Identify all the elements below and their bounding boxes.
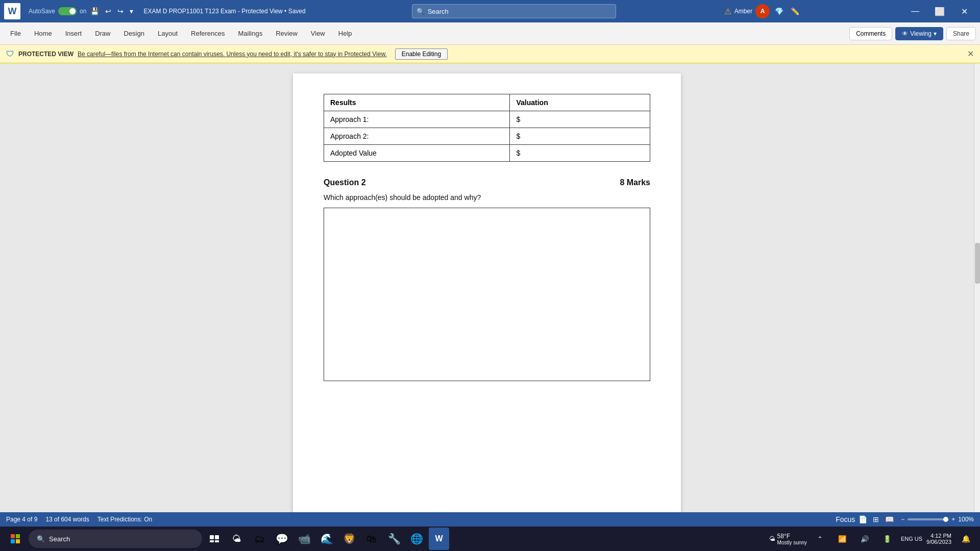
protected-label: PROTECTED VIEW: [18, 51, 74, 58]
title-search-bar[interactable]: 🔍 Search: [412, 4, 616, 18]
tab-view[interactable]: View: [305, 27, 331, 40]
tab-references[interactable]: References: [185, 27, 231, 40]
save-button[interactable]: 💾: [88, 6, 101, 16]
tool-button[interactable]: 🔧: [384, 528, 404, 550]
zoom-control: − + 100%: [901, 516, 974, 523]
web-layout-button[interactable]: ⊞: [870, 514, 881, 525]
taskbar: 🔍 Search 🌤 🗂 💬 📹 🌊 🦁 🛍 🔧 🌐 W 🌤 58°F Most…: [0, 527, 980, 551]
meet-button[interactable]: 📹: [294, 528, 314, 550]
clock-time: 4:12 PM: [926, 533, 951, 539]
text-predictions[interactable]: Text Predictions: On: [97, 516, 152, 523]
question2-header: Question 2 8 Marks: [324, 178, 650, 187]
svg-rect-2: [11, 539, 15, 543]
autosave-label: AutoSave: [29, 8, 55, 15]
question2-title: Question 2: [324, 178, 366, 187]
svg-rect-6: [210, 540, 214, 542]
status-right: Focus 📄 ⊞ 📖 − + 100%: [840, 514, 974, 525]
user-area: ⚠ Amber A 💎 ✏️: [724, 4, 801, 18]
protected-close-button[interactable]: ✕: [967, 49, 974, 59]
page-info: Page 4 of 9: [6, 516, 37, 523]
tab-home[interactable]: Home: [28, 27, 58, 40]
viewing-button[interactable]: 👁 Viewing ▾: [895, 27, 943, 40]
weather-temp: 58°F: [777, 533, 807, 540]
reader-layout-button[interactable]: 📖: [884, 514, 895, 525]
scrollbar-thumb[interactable]: [975, 243, 980, 284]
maximize-button[interactable]: ⬜: [928, 0, 951, 22]
store-button[interactable]: 🛍: [361, 528, 382, 550]
chrome-button[interactable]: 🌐: [406, 528, 427, 550]
start-button[interactable]: [4, 528, 27, 550]
protected-message[interactable]: Be careful—files from the Internet can c…: [78, 51, 387, 58]
minimize-button[interactable]: —: [903, 0, 927, 22]
system-icons: ⌃ 📶 🔊 🔋: [810, 528, 898, 550]
svg-rect-3: [16, 539, 20, 543]
close-button[interactable]: ✕: [952, 0, 976, 22]
redo-button[interactable]: ↪: [115, 6, 126, 16]
protected-view-bar: 🛡 PROTECTED VIEW Be careful—files from t…: [0, 45, 980, 63]
brave-button[interactable]: 🦁: [339, 528, 359, 550]
window-controls: — ⬜ ✕: [903, 0, 976, 22]
zoom-out-icon[interactable]: −: [901, 516, 904, 523]
word-taskbar-button[interactable]: W: [429, 528, 449, 550]
document-title: EXAM D PROP11001 T123 Exam - Protected V…: [143, 8, 305, 15]
zoom-in-icon[interactable]: +: [951, 516, 955, 523]
focus-button[interactable]: Focus: [840, 514, 851, 525]
approach2-label: Approach 2:: [324, 128, 510, 145]
notifications-button[interactable]: 🔔: [955, 528, 976, 550]
svg-rect-5: [215, 535, 219, 539]
taskbar-right: 🌤 58°F Mostly sunny ⌃ 📶 🔊 🔋 ENG US 4:12 …: [769, 528, 976, 550]
volume-icon[interactable]: 🔊: [855, 528, 875, 550]
tab-insert[interactable]: Insert: [59, 27, 88, 40]
ribbon: File Home Insert Draw Design Layout Refe…: [0, 22, 980, 45]
tab-draw[interactable]: Draw: [89, 27, 116, 40]
question2-text: Which approach(es) should be adopted and…: [324, 193, 650, 202]
search-placeholder: Search: [428, 8, 449, 15]
main-area: Results Valuation Approach 1: $ Approach…: [0, 63, 980, 512]
word-logo: W: [4, 3, 20, 19]
results-table: Results Valuation Approach 1: $ Approach…: [324, 94, 650, 162]
weather-widget: 🌤 58°F Mostly sunny: [769, 533, 807, 545]
tab-layout[interactable]: Layout: [152, 27, 184, 40]
svg-rect-4: [210, 535, 214, 539]
print-layout-button[interactable]: 📄: [857, 514, 868, 525]
scrollbar-track[interactable]: [974, 63, 980, 512]
approach1-value: $: [510, 111, 650, 128]
chevron-up-icon[interactable]: ⌃: [810, 528, 830, 550]
zoom-level: 100%: [958, 516, 974, 523]
tab-design[interactable]: Design: [118, 27, 151, 40]
chat-button[interactable]: 💬: [272, 528, 292, 550]
taskbar-search[interactable]: 🔍 Search: [29, 530, 202, 548]
network-icon[interactable]: 📶: [832, 528, 853, 550]
svg-rect-0: [11, 534, 15, 538]
customize-button[interactable]: ▾: [128, 6, 135, 16]
tab-mailings[interactable]: Mailings: [232, 27, 269, 40]
svg-rect-1: [16, 534, 20, 538]
language-indicator: ENG US: [901, 536, 922, 542]
share-button[interactable]: Share: [946, 27, 976, 40]
table-row: Approach 2: $: [324, 128, 650, 145]
comments-button[interactable]: Comments: [849, 27, 892, 40]
battery-icon[interactable]: 🔋: [877, 528, 898, 550]
autosave-toggle[interactable]: [58, 7, 77, 15]
table-row: Adopted Value $: [324, 145, 650, 162]
widgets-button[interactable]: 🌤: [227, 528, 247, 550]
adopted-value-value: $: [510, 145, 650, 162]
word-count: 13 of 604 words: [45, 516, 89, 523]
zoom-slider[interactable]: [908, 518, 948, 520]
taskview-button[interactable]: [204, 528, 225, 550]
diamond-icon[interactable]: 💎: [773, 6, 786, 16]
answer-box[interactable]: [324, 208, 650, 381]
autosave-area: AutoSave on: [29, 7, 86, 15]
tab-review[interactable]: Review: [270, 27, 304, 40]
document-page: Results Valuation Approach 1: $ Approach…: [293, 73, 681, 512]
edge-button[interactable]: 🌊: [316, 528, 337, 550]
tab-file[interactable]: File: [4, 27, 27, 40]
avatar[interactable]: A: [755, 4, 770, 18]
undo-button[interactable]: ↩: [103, 6, 113, 16]
explorer-button[interactable]: 🗂: [249, 528, 270, 550]
pen-icon[interactable]: ✏️: [789, 6, 801, 16]
tab-help[interactable]: Help: [332, 27, 358, 40]
enable-editing-button[interactable]: Enable Editing: [395, 48, 448, 60]
status-bar: Page 4 of 9 13 of 604 words Text Predict…: [0, 512, 980, 527]
clock[interactable]: 4:12 PM 9/06/2023: [926, 533, 951, 545]
